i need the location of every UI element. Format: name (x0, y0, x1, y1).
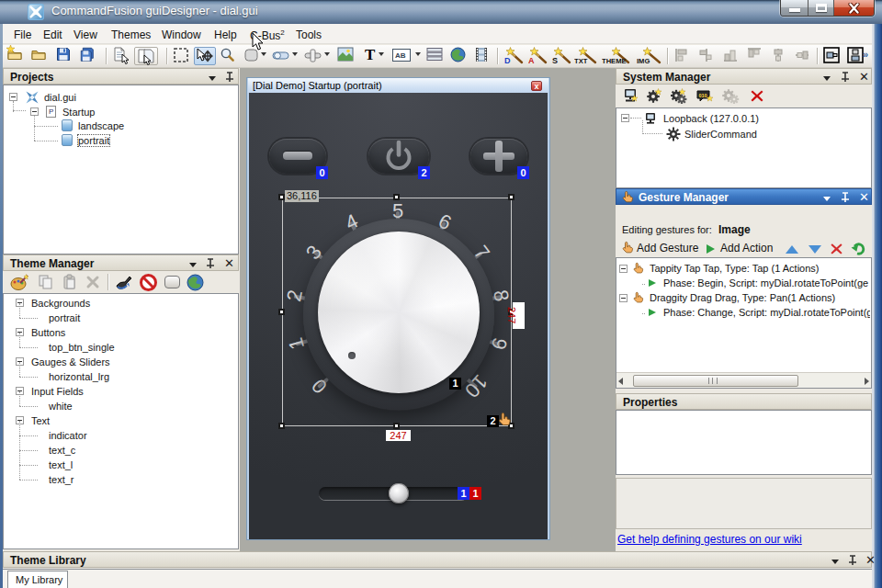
svg-text:S: S (552, 56, 558, 65)
svg-text:010: 010 (699, 93, 707, 98)
svg-text:IMG: IMG (637, 57, 650, 65)
svg-text:AB: AB (395, 51, 406, 60)
svg-text:THEME: THEME (602, 57, 627, 65)
svg-text:TXT: TXT (574, 57, 588, 65)
svg-text:D: D (504, 56, 511, 65)
svg-text:A: A (528, 56, 535, 65)
